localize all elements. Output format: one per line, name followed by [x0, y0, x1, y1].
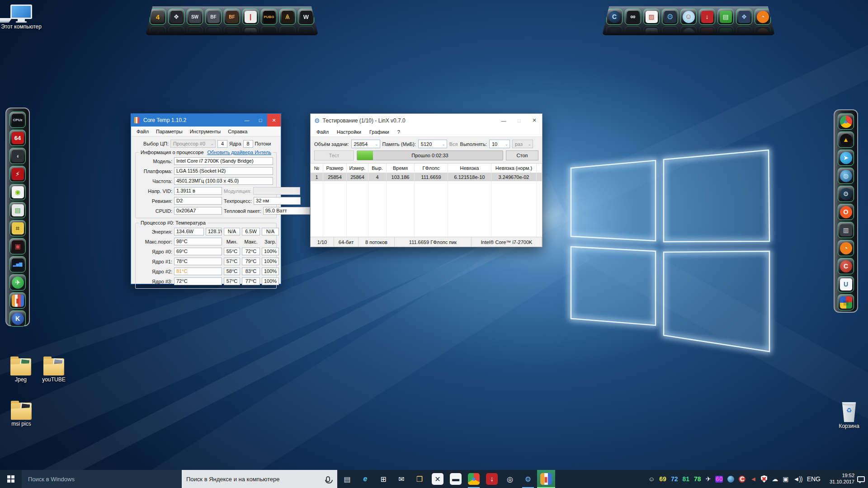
- close-button[interactable]: ✕: [527, 114, 542, 127]
- witcher-icon[interactable]: ❖: [168, 9, 184, 25]
- u-app-icon[interactable]: U: [838, 276, 854, 292]
- maximize-button[interactable]: □: [511, 114, 527, 127]
- mail-icon[interactable]: ✉: [392, 470, 410, 488]
- globe-airplane-icon[interactable]: ✈: [9, 274, 26, 291]
- language-indicator[interactable]: ENG: [805, 470, 823, 488]
- run-unit-dropdown[interactable]: раз ⌄: [512, 140, 533, 148]
- minimize-button[interactable]: —: [496, 114, 511, 127]
- battlefront-icon[interactable]: SW: [187, 9, 203, 25]
- steam-icon[interactable]: ⚙: [838, 186, 854, 202]
- windows-search-box[interactable]: Поиск в Windows: [22, 470, 182, 488]
- gears-app-icon[interactable]: ⚙: [662, 9, 678, 25]
- blender-icon[interactable]: ◔: [838, 240, 854, 256]
- aida64-extreme-icon[interactable]: ▲: [838, 131, 854, 148]
- menu-tools[interactable]: Инструменты: [186, 127, 225, 136]
- battlefield-1-icon[interactable]: BF: [205, 9, 222, 25]
- core-temp-taskbar-icon[interactable]: ▮: [537, 470, 555, 488]
- start-button[interactable]: [0, 470, 22, 488]
- menu-help[interactable]: Справка: [224, 127, 251, 136]
- fps-counter-icon[interactable]: 60: [713, 470, 725, 488]
- desktop-icon-youtube[interactable]: youTUBE: [34, 358, 73, 383]
- menu-file[interactable]: Файл: [312, 128, 333, 136]
- update-drivers-link[interactable]: Обновить драйвера Интель: [205, 150, 273, 155]
- afterburner-icon[interactable]: ⚡: [9, 166, 26, 182]
- chrome-icon[interactable]: ●: [838, 113, 854, 130]
- geforce-icon[interactable]: ◖: [9, 148, 26, 164]
- nvidia-icon[interactable]: ◉: [9, 184, 26, 200]
- origin-icon[interactable]: O: [838, 204, 854, 220]
- microphone-icon[interactable]: [326, 476, 330, 482]
- gamepad-icon[interactable]: ∞: [625, 9, 641, 25]
- system-monitor-icon[interactable]: ▤: [338, 470, 356, 488]
- telegram-icon[interactable]: ➤: [838, 150, 854, 166]
- yandex-search-box[interactable]: Поиск в Яндексе и на компьютере: [182, 470, 337, 488]
- red-square-app-icon[interactable]: ▣: [9, 238, 26, 254]
- linx-titlebar[interactable]: ⚙ Тестирование (1/10) - LinX v0.7.0 — □ …: [311, 114, 542, 127]
- defender-alert-icon[interactable]: ✖: [759, 470, 769, 488]
- test-button[interactable]: Тест: [314, 150, 354, 160]
- rubiks-cube-icon[interactable]: ▦: [838, 294, 854, 310]
- onedrive-icon[interactable]: ☁: [769, 470, 780, 488]
- chrome-icon[interactable]: ●: [465, 470, 483, 488]
- close-button[interactable]: ✕: [267, 114, 281, 127]
- hdd-tool-icon[interactable]: ⌗: [9, 220, 26, 236]
- assassins-creed-icon[interactable]: Ѧ: [279, 9, 296, 25]
- ram-icon[interactable]: ▤: [717, 9, 734, 25]
- desktop-icon-this-pc[interactable]: Этот компьютер: [1, 5, 42, 30]
- menu-file[interactable]: Файл: [133, 127, 152, 136]
- menu-options[interactable]: Параметры: [152, 127, 186, 136]
- cinema4d-icon[interactable]: C: [606, 9, 623, 25]
- audio-mute-icon[interactable]: ◄: [748, 470, 759, 488]
- core-temp-tray-81[interactable]: 81: [680, 470, 692, 488]
- stop-button[interactable]: Стоп: [506, 150, 538, 160]
- settings-gears-icon[interactable]: ⚙: [519, 470, 537, 488]
- kmplayer-icon[interactable]: K: [9, 310, 26, 327]
- memory-dropdown[interactable]: 5120 ⌄: [418, 140, 447, 148]
- pc-components-icon[interactable]: ▥: [838, 222, 854, 238]
- aida64-icon[interactable]: 64: [9, 130, 26, 146]
- menu-settings[interactable]: Настройки: [333, 128, 365, 136]
- record-circle-icon[interactable]: ◎: [501, 470, 519, 488]
- core-temp-tray-78[interactable]: 78: [692, 470, 703, 488]
- blender-icon[interactable]: ◔: [755, 9, 771, 25]
- ms-store-icon[interactable]: ⊞: [374, 470, 392, 488]
- edge-icon[interactable]: e: [356, 470, 374, 488]
- core-temp-tray-72[interactable]: 72: [669, 470, 680, 488]
- desktop-icon-recycle-bin[interactable]: ♻ Корзина: [831, 402, 867, 430]
- action-center-button[interactable]: [854, 470, 867, 488]
- ccleaner-icon[interactable]: C: [838, 258, 854, 274]
- people-icon[interactable]: ☺: [646, 470, 657, 488]
- menu-help[interactable]: ?: [393, 128, 404, 136]
- mirrors-edge-icon[interactable]: ❙: [242, 9, 259, 25]
- minimize-button[interactable]: —: [240, 114, 254, 127]
- all-memory-label[interactable]: Вся: [449, 141, 458, 147]
- pubg-icon[interactable]: PUBG: [261, 9, 277, 25]
- download-manager-icon[interactable]: ↓: [483, 470, 501, 488]
- video-download-icon[interactable]: ↓: [699, 9, 715, 25]
- core-temp-tray-69[interactable]: 69: [657, 470, 669, 488]
- file-explorer-icon[interactable]: ❒: [410, 470, 429, 488]
- run-count-dropdown[interactable]: 10 ⌄: [489, 140, 510, 148]
- blue-globe-app-icon[interactable]: ◍: [838, 168, 854, 184]
- cod-ww2-icon[interactable]: W: [298, 9, 314, 25]
- benchmark-bars-icon[interactable]: ▂▅▇: [9, 256, 26, 272]
- xbox-icon[interactable]: ✕: [429, 470, 447, 488]
- anime-avatar-icon[interactable]: ☺: [680, 9, 697, 25]
- blue-globe-tray-icon[interactable]: [725, 470, 736, 488]
- taskbar-clock[interactable]: 19:52 31.10.2017: [823, 473, 854, 485]
- network-icon[interactable]: ▣: [780, 470, 791, 488]
- task-size-dropdown[interactable]: 25854 ⌄: [351, 140, 380, 148]
- cpu-select-dropdown[interactable]: Процессор #0 ⌄: [170, 140, 216, 148]
- forza-icon[interactable]: ▬: [447, 470, 465, 488]
- driver-pack-icon[interactable]: ▨: [643, 9, 660, 25]
- virtualbox-icon[interactable]: ❖: [736, 9, 752, 25]
- pci-card-icon[interactable]: ▤: [9, 202, 26, 218]
- desktop-icon-msi-pics[interactable]: msi pics: [1, 403, 42, 427]
- cpu-z-icon[interactable]: CPUz: [9, 112, 26, 128]
- core-temp-titlebar[interactable]: Core Temp 1.10.2 — □ ✕: [131, 114, 281, 127]
- ccleaner-tray-icon[interactable]: C: [736, 470, 748, 488]
- core-temp-dock-icon[interactable]: ▮: [9, 292, 26, 309]
- desktop-icon-jpeg[interactable]: Jpeg: [4, 358, 38, 383]
- maximize-button[interactable]: □: [254, 114, 267, 127]
- volume-icon[interactable]: ◄)): [791, 470, 804, 488]
